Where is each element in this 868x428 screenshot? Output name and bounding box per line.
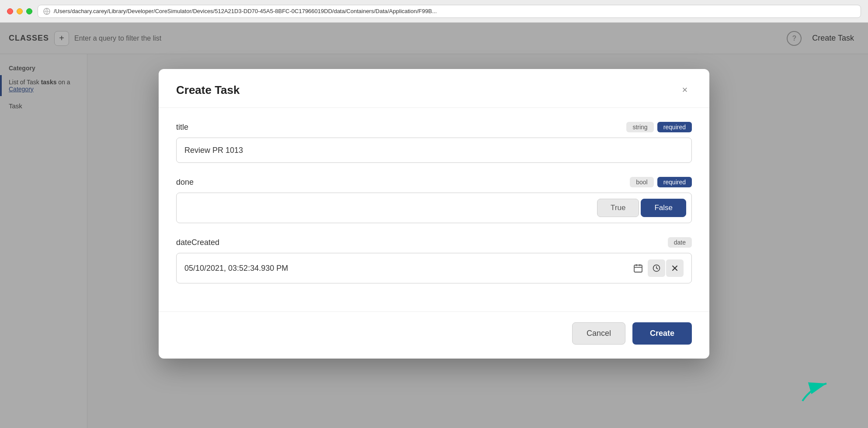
clock-icon-button[interactable] (648, 259, 665, 277)
date-created-field-group: dateCreated date 05/10/2021, 03:52:34.93… (176, 237, 692, 283)
done-false-button[interactable]: False (641, 199, 686, 217)
traffic-lights (7, 8, 32, 14)
arrow-svg (798, 379, 833, 405)
done-true-button[interactable]: True (597, 199, 639, 217)
date-created-field-header: dateCreated date (176, 237, 692, 248)
title-field-group: title string required (176, 122, 692, 163)
done-required-badge: required (657, 177, 692, 187)
browser-icon (43, 8, 50, 15)
arrow-annotation (798, 379, 833, 407)
create-button[interactable]: Create (632, 322, 692, 345)
url-text: /Users/dachary.carey/Library/Developer/C… (54, 8, 437, 14)
date-created-value: 05/10/2021, 03:52:34.930 PM (184, 263, 629, 273)
title-required-badge: required (657, 122, 692, 132)
date-actions (629, 259, 684, 277)
title-input[interactable] (176, 138, 692, 163)
modal-close-button[interactable]: × (678, 83, 692, 97)
svg-rect-2 (634, 265, 642, 272)
modal-header: Create Task × (159, 69, 709, 108)
title-type-badge: string (626, 122, 653, 132)
done-field-group: done bool required True False (176, 177, 692, 223)
done-type-badge: bool (630, 177, 653, 187)
date-created-type-badge: date (668, 237, 692, 248)
maximize-traffic-light[interactable] (26, 8, 32, 14)
date-created-badges: date (668, 237, 692, 248)
title-field-label: title (176, 122, 188, 131)
close-traffic-light[interactable] (7, 8, 13, 14)
calendar-icon-button[interactable] (629, 259, 647, 277)
modal-footer: Cancel Create (159, 311, 709, 359)
done-field-label: done (176, 177, 194, 186)
minimize-traffic-light[interactable] (17, 8, 23, 14)
url-bar[interactable]: /Users/dachary.carey/Library/Developer/C… (38, 5, 861, 18)
calendar-icon (633, 263, 643, 273)
done-field-header: done bool required (176, 177, 692, 187)
clear-date-button[interactable] (666, 259, 684, 277)
app-background: CLASSES + ? Create Task Category List of… (0, 23, 868, 428)
done-badges: bool required (630, 177, 692, 187)
modal-title: Create Task (176, 83, 240, 97)
title-field-header: title string required (176, 122, 692, 132)
done-bool-field: True False (176, 193, 692, 223)
browser-bar: /Users/dachary.carey/Library/Developer/C… (0, 0, 868, 23)
clock-icon (653, 264, 660, 272)
modal-body: title string required done bool required (159, 108, 709, 311)
clear-icon (671, 265, 678, 272)
create-task-modal: Create Task × title string required don (159, 69, 709, 359)
cancel-button[interactable]: Cancel (572, 322, 625, 345)
date-created-field-label: dateCreated (176, 238, 219, 247)
svg-line-8 (656, 268, 658, 269)
title-badges: string required (626, 122, 692, 132)
date-created-input-row: 05/10/2021, 03:52:34.930 PM (176, 253, 692, 283)
